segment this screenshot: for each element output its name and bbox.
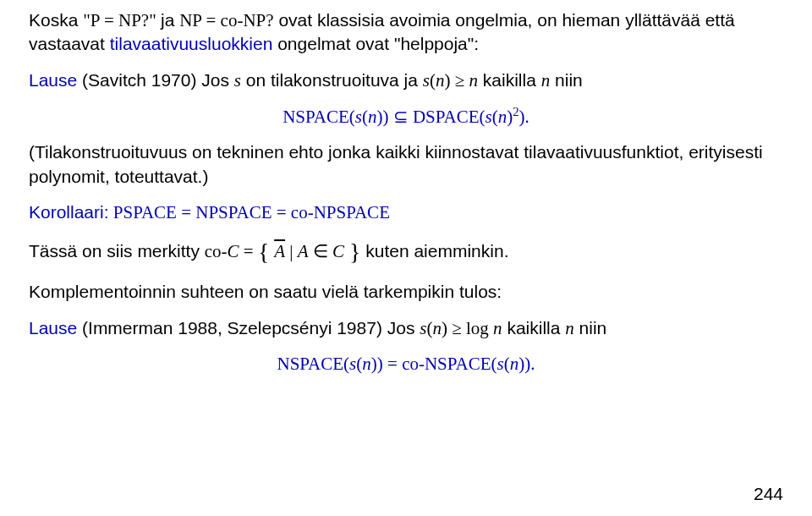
text: Koska (29, 10, 83, 30)
sym: )) ⊆ DSPACE( (376, 107, 485, 127)
var: s (355, 107, 362, 127)
sym: NSPACE( (277, 354, 350, 374)
text: ja (161, 10, 179, 30)
label-lause: Lause (29, 70, 77, 90)
lause-savitch: Lause (Savitch 1970) Jos s on tilakonstr… (29, 69, 783, 92)
sym: )) = co-NSPACE( (371, 354, 497, 374)
sym: ) ≥ (444, 70, 469, 91)
var: n (498, 107, 508, 127)
text: on tilakonstruoituva ja (241, 70, 423, 90)
equation-savitch: NSPACE(s(n)) ⊆ DSPACE(s(n)2). (29, 104, 783, 129)
cal-C: C (332, 241, 344, 261)
var: n (368, 107, 377, 127)
text-highlight: tilavaativuusluokkien (110, 34, 273, 53)
tech-note: (Tilakonstruoituvuus on tekninen ehto jo… (29, 140, 783, 189)
var: n (510, 354, 519, 374)
text: (Immerman 1988, Szelepcsényi 1987) Jos (77, 318, 420, 338)
sup: 2 (513, 105, 518, 118)
var: s (423, 70, 430, 91)
text: ongelmat ovat "helppoja": (272, 34, 479, 53)
sym: = (239, 241, 258, 261)
lause-immerman: Lause (Immerman 1988, Szelepcsényi 1987)… (29, 316, 783, 340)
intro-paragraph: Koska "P = NP?" ja NP = co-NP? ovat klas… (29, 8, 783, 57)
sym: ( (430, 70, 436, 91)
sym: NSPACE( (283, 107, 355, 127)
text: niin (550, 70, 583, 90)
complement-note: Komplementoinnin suhteen on saatu vielä … (29, 280, 783, 304)
sym: co- (205, 241, 228, 261)
label-korollaari: Korollaari: (29, 202, 109, 222)
sym: ) ≥ log (442, 318, 493, 338)
text: "P = NP?" (83, 10, 161, 30)
cal-C: C (228, 241, 239, 261)
page-number: 244 (754, 482, 783, 506)
sym: ( (504, 354, 510, 374)
var: n (436, 70, 445, 91)
var: n (541, 70, 551, 91)
corollary: Korollaari: PSPACE = NPSPACE = co-NPSPAC… (29, 200, 783, 224)
label-lause: Lause (29, 318, 77, 338)
sym: ∈ (309, 241, 333, 261)
co-def: Tässä on siis merkitty co-C = { A | A ∈ … (29, 236, 783, 268)
text: niin (574, 318, 607, 338)
sym: ). (519, 107, 529, 127)
text: kuten aiemminkin. (360, 241, 508, 261)
corollary-eq: PSPACE = NPSPACE = co-NPSPACE (109, 202, 390, 222)
text: NP = co-NP? (179, 10, 273, 30)
sym: ( (362, 107, 368, 127)
var-bar: A (274, 241, 285, 261)
var: n (493, 318, 502, 338)
page: Koska "P = NP?" ja NP = co-NP? ovat klas… (0, 0, 812, 516)
sym: )). (518, 354, 535, 374)
sym: | (285, 241, 298, 261)
var: n (565, 318, 574, 338)
brace-right-icon: } (349, 239, 360, 265)
brace-left-icon: { (258, 239, 269, 265)
var: s (486, 107, 492, 127)
var: A (298, 241, 309, 261)
text: kaikilla (478, 70, 541, 90)
var: n (362, 354, 371, 374)
equation-immerman: NSPACE(s(n)) = co-NSPACE(s(n)). (29, 352, 783, 376)
text: (Savitch 1970) Jos (77, 70, 234, 90)
text: Tässä on siis merkitty (29, 241, 205, 261)
sym: ( (492, 107, 498, 127)
var: n (469, 70, 479, 91)
var: s (234, 70, 241, 91)
text: kaikilla (502, 318, 566, 338)
var: s (497, 354, 504, 374)
var: n (432, 318, 442, 338)
